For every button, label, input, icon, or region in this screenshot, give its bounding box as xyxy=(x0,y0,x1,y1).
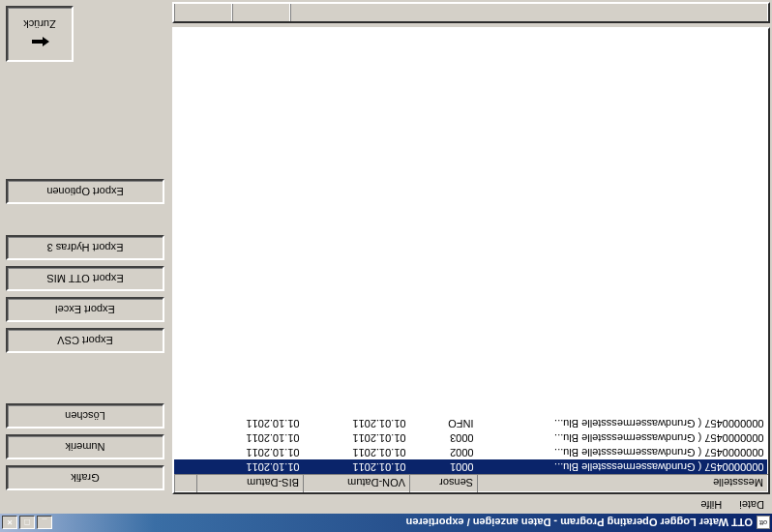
spacer xyxy=(6,68,164,173)
export-csv-button[interactable]: Export CSV xyxy=(6,328,164,353)
cell-von: 01.01.2011 xyxy=(304,431,410,446)
zurueck-button[interactable]: Zurück xyxy=(6,6,74,62)
menu-datei[interactable]: Datei xyxy=(735,498,768,512)
cell-padding xyxy=(175,431,197,446)
status-segment-main xyxy=(290,4,768,21)
close-button[interactable]: × xyxy=(2,517,17,530)
app-icon: ott xyxy=(757,517,770,530)
spacer xyxy=(6,359,164,398)
menu-bar: Datei Hilfe xyxy=(0,496,772,514)
cell-bis: 01.10.2011 xyxy=(197,460,304,475)
cell-von: 01.01.2011 xyxy=(304,460,410,475)
data-table-container: Messstelle Sensor VON-Datum BIS-Datum 00… xyxy=(172,27,770,494)
right-panel: Grafik Numerik Löschen Export CSV Export… xyxy=(2,2,168,494)
cell-mess: 0000000457 ( Grundwassermessstelle Blu..… xyxy=(478,417,768,431)
window-controls: _ □ × xyxy=(2,517,52,530)
col-header-bis-datum[interactable]: BIS-Datum xyxy=(197,475,304,492)
col-header-messstelle[interactable]: Messstelle xyxy=(478,475,768,492)
cell-mess: 0000000457 ( Grundwassermessstelle Blu..… xyxy=(478,431,768,446)
title-bar: ott OTT Water Logger Operating Program -… xyxy=(0,514,772,532)
table-row[interactable]: 0000000457 ( Grundwassermessstelle Blu..… xyxy=(175,446,768,460)
table-row[interactable]: 0000000457 ( Grundwassermessstelle Blu..… xyxy=(175,417,768,431)
table-header-row: Messstelle Sensor VON-Datum BIS-Datum xyxy=(175,475,768,492)
cell-bis: 01.10.2011 xyxy=(197,446,304,460)
col-header-sensor[interactable]: Sensor xyxy=(410,475,478,492)
cell-padding xyxy=(175,460,197,475)
cell-bis: 01.10.2011 xyxy=(197,431,304,446)
window-title: OTT Water Logger Operating Program - Dat… xyxy=(52,517,753,529)
export-excel-button[interactable]: Export Excel xyxy=(6,297,164,322)
minimize-button[interactable]: _ xyxy=(37,517,52,530)
loeschen-button[interactable]: Löschen xyxy=(6,403,164,429)
cell-mess: 0000000457 ( Grundwassermessstelle Blu..… xyxy=(478,446,768,460)
maximize-button[interactable]: □ xyxy=(19,517,35,530)
status-strip xyxy=(172,2,770,23)
export-hydras3-button[interactable]: Export Hydras 3 xyxy=(6,235,164,260)
data-table: Messstelle Sensor VON-Datum BIS-Datum 00… xyxy=(174,417,768,493)
cell-bis: 01.10.2011 xyxy=(197,417,304,431)
status-segment-1 xyxy=(232,4,290,21)
col-header-padding xyxy=(175,475,197,492)
cell-von: 01.01.2011 xyxy=(304,446,410,460)
client-area: Messstelle Sensor VON-Datum BIS-Datum 00… xyxy=(0,0,772,496)
cell-sensor: 0003 xyxy=(410,431,478,446)
status-segment-2 xyxy=(174,4,232,21)
table-body: 0000000457 ( Grundwassermessstelle Blu..… xyxy=(175,417,768,475)
zurueck-label: Zurück xyxy=(23,18,56,30)
grafik-button[interactable]: Grafik xyxy=(6,465,164,490)
export-ott-mis-button[interactable]: Export OTT MIS xyxy=(6,266,164,291)
cell-sensor: INFO xyxy=(410,417,478,431)
cell-sensor: 0002 xyxy=(410,446,478,460)
cell-padding xyxy=(175,417,197,431)
export-optionen-button[interactable]: Export Optionen xyxy=(6,179,164,204)
cell-mess: 0000000457 ( Grundwassermessstelle Blu..… xyxy=(478,460,768,475)
numerik-button[interactable]: Numerik xyxy=(6,434,164,459)
menu-hilfe[interactable]: Hilfe xyxy=(697,498,726,512)
spacer xyxy=(6,210,164,229)
left-panel: Messstelle Sensor VON-Datum BIS-Datum 00… xyxy=(172,2,770,494)
table-row[interactable]: 0000000457 ( Grundwassermessstelle Blu..… xyxy=(175,460,768,475)
table-row[interactable]: 0000000457 ( Grundwassermessstelle Blu..… xyxy=(175,431,768,446)
back-arrow-icon xyxy=(30,34,49,49)
cell-sensor: 0001 xyxy=(410,460,478,475)
col-header-von-datum[interactable]: VON-Datum xyxy=(304,475,410,492)
cell-von: 01.01.2011 xyxy=(304,417,410,431)
cell-padding xyxy=(175,446,197,460)
